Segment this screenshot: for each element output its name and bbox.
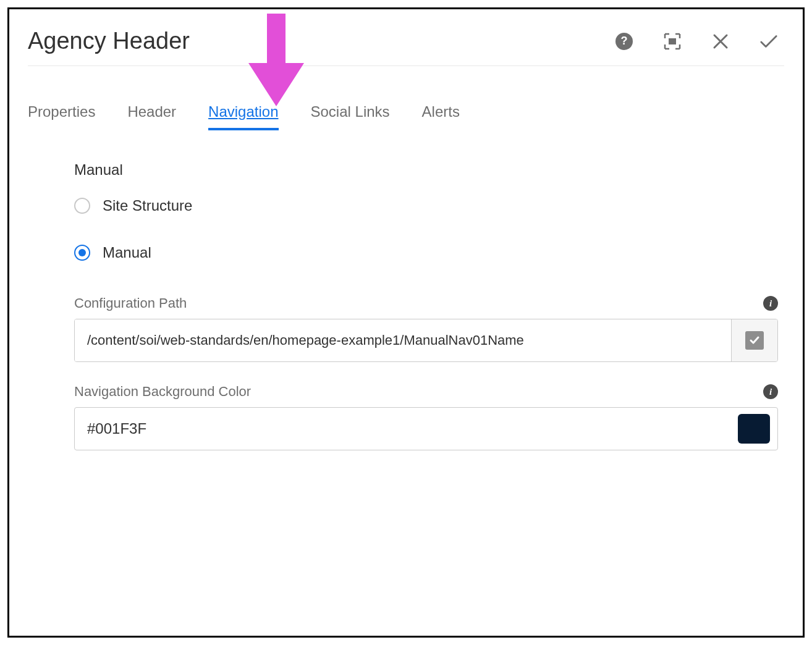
path-picker-button[interactable] — [731, 319, 777, 361]
confirm-button[interactable] — [759, 32, 778, 51]
radio-manual[interactable]: Manual — [74, 244, 778, 261]
tab-properties[interactable]: Properties — [28, 103, 95, 130]
close-icon — [713, 33, 729, 49]
tab-navigation[interactable]: Navigation — [208, 103, 278, 130]
tab-alerts[interactable]: Alerts — [422, 103, 460, 130]
close-button[interactable] — [711, 32, 730, 51]
config-path-input[interactable] — [75, 319, 731, 361]
field-label-row: Configuration Path i — [74, 295, 778, 311]
field-label: Configuration Path — [74, 295, 187, 311]
check-icon — [759, 33, 778, 49]
radio-group-navtype: Site Structure Manual — [74, 197, 778, 261]
tab-content: Manual Site Structure Manual Configurati… — [28, 161, 784, 450]
tabs-row: Properties Header Navigation Social Link… — [28, 103, 784, 130]
radio-label: Site Structure — [103, 197, 192, 214]
section-label-manual: Manual — [74, 161, 778, 179]
dialog-container: Agency Header ? — [7, 7, 805, 638]
header-actions: ? — [615, 32, 784, 51]
radio-dot-icon — [78, 249, 86, 256]
help-icon: ? — [615, 33, 633, 50]
dialog-title: Agency Header — [28, 28, 190, 54]
info-icon[interactable]: i — [763, 384, 778, 399]
radio-circle-selected-icon — [74, 245, 90, 261]
radio-circle-icon — [74, 198, 90, 214]
fullscreen-icon — [664, 33, 681, 50]
field-label: Navigation Background Color — [74, 384, 251, 400]
bg-color-input[interactable] — [87, 420, 738, 437]
field-label-row: Navigation Background Color i — [74, 384, 778, 400]
check-square-icon — [745, 331, 764, 350]
config-path-input-row — [74, 319, 778, 362]
color-swatch[interactable] — [738, 414, 770, 444]
field-bg-color: Navigation Background Color i — [74, 384, 778, 450]
fullscreen-button[interactable] — [663, 32, 682, 51]
bg-color-input-row — [74, 407, 778, 450]
tab-social-links[interactable]: Social Links — [311, 103, 390, 130]
radio-site-structure[interactable]: Site Structure — [74, 197, 778, 214]
svg-rect-0 — [669, 38, 676, 44]
info-icon[interactable]: i — [763, 296, 778, 311]
field-configuration-path: Configuration Path i — [74, 295, 778, 362]
dialog-header: Agency Header ? — [28, 28, 784, 66]
radio-label: Manual — [103, 244, 151, 261]
tab-header[interactable]: Header — [127, 103, 176, 130]
help-button[interactable]: ? — [615, 32, 633, 51]
